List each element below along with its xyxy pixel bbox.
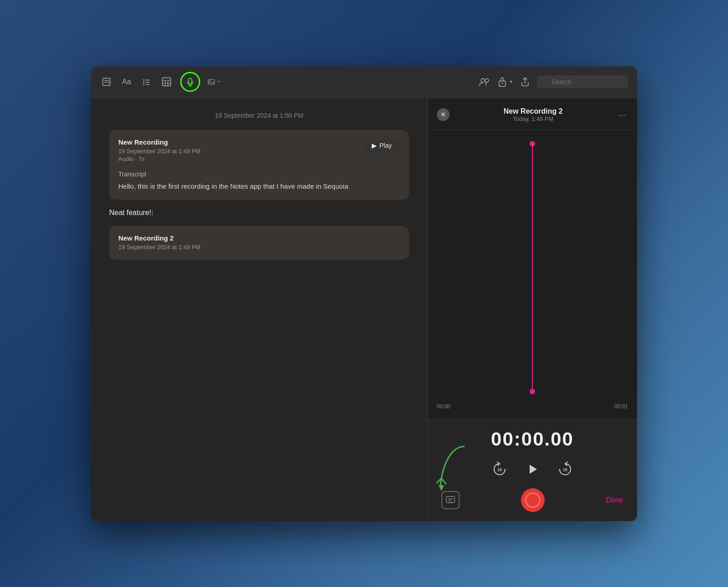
play-label: Play bbox=[379, 142, 392, 149]
recording-card-1: New Recording 19 September 2024 at 1:49 … bbox=[109, 130, 409, 200]
recording-1-title: New Recording bbox=[118, 138, 364, 146]
svg-point-19 bbox=[502, 83, 503, 84]
record-indicator bbox=[525, 492, 541, 508]
recording-panel-title: New Recording 2 bbox=[455, 107, 611, 115]
time-end: 00:01 bbox=[614, 403, 628, 410]
svg-rect-14 bbox=[208, 80, 215, 85]
media-icon[interactable] bbox=[207, 75, 220, 88]
time-start: 00:00 bbox=[437, 403, 450, 410]
waveform-line bbox=[532, 144, 533, 391]
svg-point-1 bbox=[143, 80, 145, 81]
waveform-dot-bottom bbox=[530, 389, 535, 394]
playback-controls: 15 15 bbox=[437, 459, 628, 479]
more-options-button[interactable]: ··· bbox=[617, 110, 628, 120]
time-labels: 00:00 00:01 bbox=[437, 403, 628, 410]
note-inline-text: Neat feature!| bbox=[109, 209, 409, 217]
search-container: 🔍 bbox=[537, 75, 628, 88]
bottom-controls: Done bbox=[437, 488, 628, 512]
play-triangle-icon: ▶ bbox=[372, 142, 377, 149]
main-content: 19 September 2024 at 1:50 PM New Recordi… bbox=[91, 98, 637, 521]
recording-panel: ✕ New Recording 2 Today, 1:49 PM ··· 00:… bbox=[428, 98, 637, 521]
svg-text:15: 15 bbox=[563, 467, 567, 472]
recording-2-date: 19 September 2024 at 1:49 PM bbox=[118, 244, 400, 251]
recording-panel-time: Today, 1:49 PM bbox=[455, 115, 611, 122]
recording-title-block: New Recording 2 Today, 1:49 PM bbox=[455, 107, 611, 122]
record-button[interactable] bbox=[521, 488, 545, 512]
svg-point-16 bbox=[481, 79, 485, 82]
text-cursor: | bbox=[152, 209, 153, 216]
done-button[interactable]: Done bbox=[606, 496, 623, 504]
recording-close-button[interactable]: ✕ bbox=[437, 108, 450, 121]
svg-point-2 bbox=[143, 82, 145, 83]
compose-icon[interactable] bbox=[100, 75, 113, 88]
svg-rect-7 bbox=[162, 78, 171, 86]
app-window: Aa bbox=[91, 66, 637, 521]
recording-2-title: New Recording 2 bbox=[118, 234, 400, 242]
search-input[interactable] bbox=[537, 75, 628, 88]
table-icon[interactable] bbox=[160, 75, 173, 88]
note-date: 19 September 2024 at 1:50 PM bbox=[109, 112, 409, 119]
audio-icon[interactable] bbox=[180, 72, 200, 92]
recording-card-2[interactable]: New Recording 2 19 September 2024 at 1:4… bbox=[109, 226, 409, 260]
recording-1-date: 19 September 2024 at 1:49 PM bbox=[118, 148, 364, 155]
waveform-dot-top bbox=[530, 141, 535, 146]
svg-point-17 bbox=[485, 79, 489, 82]
share-icon[interactable] bbox=[521, 77, 530, 87]
checklist-icon[interactable] bbox=[140, 75, 153, 88]
note-panel: 19 September 2024 at 1:50 PM New Recordi… bbox=[91, 98, 428, 521]
svg-point-3 bbox=[143, 84, 145, 85]
close-icon: ✕ bbox=[440, 111, 446, 118]
svg-marker-22 bbox=[530, 465, 537, 474]
forward-15-button[interactable]: 15 bbox=[556, 460, 574, 478]
controls-area: 00:00.00 15 bbox=[428, 419, 637, 521]
play-main-button[interactable] bbox=[522, 459, 542, 479]
recording-1-meta: Audio · 7s bbox=[118, 156, 364, 162]
toolbar: Aa bbox=[91, 66, 637, 98]
waveform-area: 00:00 00:01 bbox=[428, 130, 637, 419]
lock-icon[interactable] bbox=[498, 77, 513, 87]
rewind-15-button[interactable]: 15 bbox=[490, 460, 509, 478]
transcript-toggle-button[interactable] bbox=[441, 491, 460, 509]
font-icon[interactable]: Aa bbox=[120, 75, 133, 88]
transcript-label: Transcript bbox=[118, 171, 400, 178]
recording-panel-header: ✕ New Recording 2 Today, 1:49 PM ··· bbox=[428, 98, 637, 130]
collab-icon[interactable] bbox=[479, 77, 490, 87]
play-button[interactable]: ▶ Play bbox=[364, 138, 400, 153]
svg-rect-24 bbox=[446, 497, 455, 502]
transcript-text: Hello, this is the first recording in th… bbox=[118, 181, 400, 192]
timer-display: 00:00.00 bbox=[437, 428, 628, 450]
svg-text:15: 15 bbox=[497, 467, 502, 472]
